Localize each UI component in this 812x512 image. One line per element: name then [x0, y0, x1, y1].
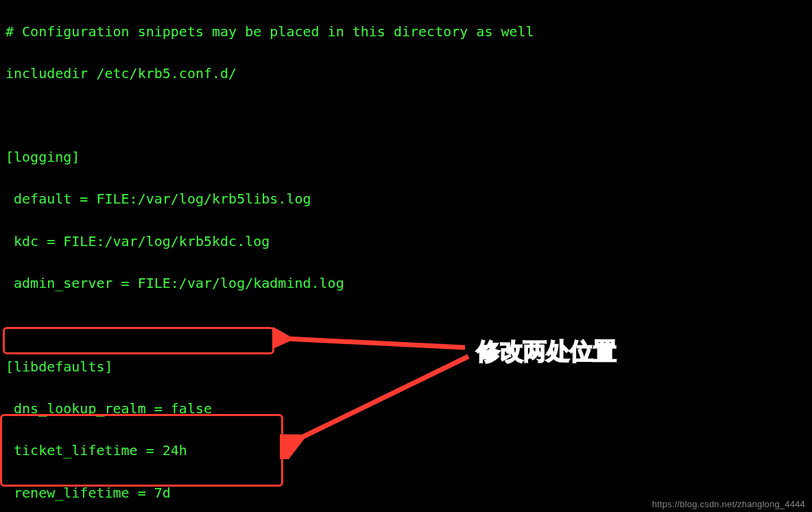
annotation-text: 修改两处位置: [477, 336, 617, 367]
lib-dns-line: dns_lookup_realm = false: [5, 398, 807, 419]
config-comment-line: # Configuration snippets may be placed i…: [5, 21, 807, 42]
logging-section-header: [logging]: [5, 147, 807, 168]
libdefaults-section-header: [libdefaults]: [5, 356, 807, 378]
logging-kdc-line: kdc = FILE:/var/log/krb5kdc.log: [5, 231, 807, 252]
blank-line: [5, 105, 807, 126]
logging-default-line: default = FILE:/var/log/krb5libs.log: [5, 188, 807, 210]
config-includedir-line: includedir /etc/krb5.conf.d/: [5, 63, 807, 84]
blank-line: [5, 315, 807, 336]
watermark-text: https://blog.csdn.net/zhanglong_4444: [652, 499, 805, 509]
terminal-output: # Configuration snippets may be placed i…: [0, 0, 812, 512]
lib-ticket-line: ticket_lifetime = 24h: [5, 440, 807, 461]
logging-admin-line: admin_server = FILE:/var/log/kadmind.log: [5, 273, 807, 294]
